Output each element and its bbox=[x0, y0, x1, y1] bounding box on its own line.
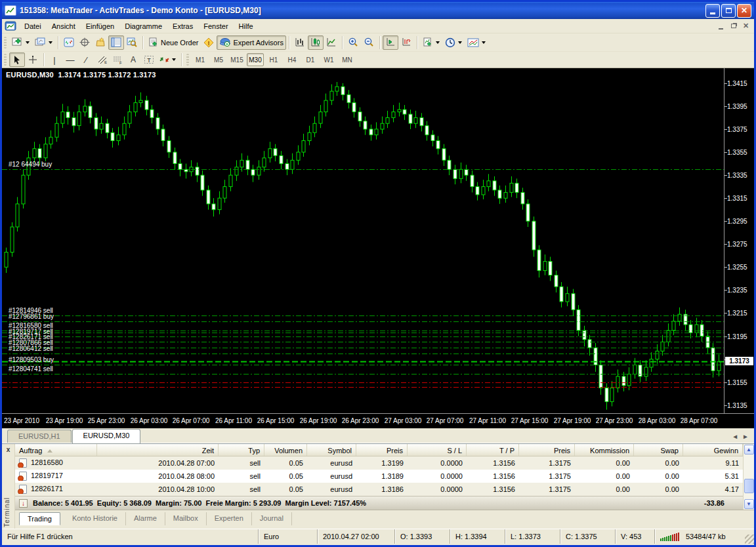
chart-tab-eurusd-m30[interactable]: EURUSD,M30 bbox=[72, 429, 141, 443]
expert-advisors-button[interactable]: Expert Advisors bbox=[217, 35, 285, 50]
column-header-sl[interactable]: S / L bbox=[408, 444, 467, 456]
price-axis[interactable]: 1.34151.33951.33751.33551.33351.33151.32… bbox=[724, 68, 754, 413]
crosshair-tool-button[interactable] bbox=[25, 52, 41, 67]
time-axis[interactable]: 23 Apr 201023 Apr 19:0025 Apr 23:0026 Ap… bbox=[2, 413, 754, 428]
market-watch-button[interactable] bbox=[61, 35, 77, 50]
timeframe-button-w1[interactable]: W1 bbox=[320, 53, 337, 66]
auto-scroll-button[interactable] bbox=[383, 35, 398, 50]
price-tick-label: 1.3155 bbox=[727, 379, 747, 386]
timeframe-button-h4[interactable]: H4 bbox=[284, 53, 301, 66]
menu-item-fenster[interactable]: Fenster bbox=[198, 21, 233, 31]
column-header-typ[interactable]: Typ bbox=[219, 444, 264, 456]
periods-button[interactable] bbox=[442, 35, 465, 50]
cell-symbol: eurusd bbox=[307, 472, 356, 480]
column-header-preis[interactable]: Preis bbox=[356, 444, 408, 456]
timeframe-button-m5[interactable]: M5 bbox=[210, 53, 227, 66]
chart-symbol-quote: EURUSD,M30 1.3174 1.3175 1.3172 1.3173 bbox=[6, 71, 156, 79]
vertical-line-tool-button[interactable]: | bbox=[47, 52, 62, 67]
terminal-button[interactable] bbox=[108, 35, 124, 50]
chart-tab-eurusd-h1[interactable]: EURUSD,H1 bbox=[7, 430, 72, 443]
terminal-tab-journal[interactable]: Journal bbox=[252, 512, 292, 525]
child-minimize-button[interactable] bbox=[715, 21, 726, 31]
fibonacci-tool-button[interactable]: F bbox=[110, 52, 125, 67]
profiles-button[interactable] bbox=[32, 35, 55, 50]
toolbar-grip[interactable] bbox=[4, 37, 7, 49]
timeframe-button-m15[interactable]: M15 bbox=[228, 53, 245, 66]
menu-item-extras[interactable]: Extras bbox=[167, 21, 198, 31]
column-header-gewinn[interactable]: Gewinn bbox=[683, 444, 743, 456]
orders-table-header: AuftragZeitTypVolumenSymbolPreisS / LT /… bbox=[15, 444, 743, 456]
scroll-up-icon[interactable]: ▲ bbox=[744, 445, 754, 455]
text-label-tool-button[interactable]: T bbox=[141, 52, 157, 67]
terminal-tab-mailbox[interactable]: Mailbox bbox=[165, 512, 207, 525]
new-chart-button[interactable] bbox=[9, 35, 32, 50]
restore-button[interactable] bbox=[721, 4, 736, 18]
resize-grip[interactable] bbox=[745, 535, 754, 544]
strategy-tester-button[interactable] bbox=[124, 35, 140, 50]
terminal-tab-konto-historie[interactable]: Konto Historie bbox=[64, 512, 126, 525]
toolbar-grip[interactable] bbox=[4, 54, 7, 66]
cell-preis: 1.3175 bbox=[519, 459, 575, 467]
zoom-in-button[interactable] bbox=[345, 35, 361, 50]
scroll-down-icon[interactable]: ▼ bbox=[744, 499, 754, 509]
terminal-scrollbar[interactable]: ▲ ▼ bbox=[743, 444, 754, 510]
menu-item-ansicht[interactable]: Ansicht bbox=[47, 21, 81, 31]
metaeditor-button[interactable]: ! bbox=[201, 35, 217, 50]
terminal-tab-trading[interactable]: Trading bbox=[19, 512, 60, 525]
menu-item-hilfe[interactable]: Hilfe bbox=[234, 21, 259, 31]
indicators-button[interactable] bbox=[420, 35, 442, 50]
timeframe-button-d1[interactable]: D1 bbox=[302, 53, 319, 66]
table-row[interactable]: 128165802010.04.28 07:00sell0.05eurusd1.… bbox=[15, 456, 743, 470]
new-order-button[interactable]: Neue Order bbox=[146, 35, 201, 50]
horizontal-line-tool-button[interactable]: — bbox=[62, 52, 78, 67]
data-window-button[interactable] bbox=[77, 35, 93, 50]
column-header-preis[interactable]: Preis bbox=[519, 444, 575, 456]
chart-area[interactable]: EURUSD,M30 1.3174 1.3175 1.3172 1.3173 #… bbox=[2, 68, 754, 428]
column-header-kommission[interactable]: Kommission bbox=[575, 444, 634, 456]
cursor-tool-button[interactable] bbox=[9, 52, 25, 67]
column-header-swap[interactable]: Swap bbox=[634, 444, 683, 456]
column-header-volumen[interactable]: Volumen bbox=[264, 444, 307, 456]
table-row[interactable]: 128261712010.04.28 10:00sell0.05eurusd1.… bbox=[15, 483, 743, 496]
candlestick-chart-button[interactable] bbox=[308, 35, 324, 50]
time-tick-label: 26 Apr 03:00 bbox=[131, 417, 168, 424]
close-button[interactable]: ✕ bbox=[737, 4, 751, 18]
channel-tool-button[interactable]: E bbox=[94, 52, 110, 67]
child-restore-button[interactable] bbox=[728, 21, 739, 31]
terminal-close-button[interactable]: x bbox=[4, 446, 12, 455]
tab-scroll-right-icon[interactable]: ► bbox=[742, 433, 749, 440]
menu-item-diagramme[interactable]: Diagramme bbox=[119, 21, 167, 31]
trendline-tool-button[interactable]: ∕ bbox=[78, 52, 94, 67]
chart-shift-button[interactable] bbox=[398, 35, 414, 50]
status-timestamp: 2010.04.27 02:00 bbox=[317, 529, 394, 544]
timeframe-button-m1[interactable]: M1 bbox=[192, 53, 209, 66]
tab-scroll-left-icon[interactable]: ◄ bbox=[732, 433, 738, 440]
chevron-down-icon bbox=[172, 58, 176, 61]
line-chart-button[interactable] bbox=[324, 35, 339, 50]
window-title: 151358: MetaTrader - ActivTrades - Demo … bbox=[20, 6, 705, 15]
menu-item-datei[interactable]: Datei bbox=[19, 21, 47, 31]
text-tool-button[interactable]: A bbox=[125, 52, 141, 67]
terminal-tab-bar: TradingKonto HistorieAlarmeMailboxExpert… bbox=[15, 510, 754, 528]
zoom-out-button[interactable] bbox=[361, 35, 377, 50]
terminal-tab-experten[interactable]: Experten bbox=[207, 512, 252, 525]
navigator-button[interactable] bbox=[93, 35, 108, 50]
toolbar-grip[interactable] bbox=[186, 54, 189, 66]
child-close-button[interactable]: ✕ bbox=[740, 21, 751, 31]
timeframe-button-h1[interactable]: H1 bbox=[265, 53, 282, 66]
minimize-button[interactable] bbox=[705, 4, 720, 18]
column-header-tp[interactable]: T / P bbox=[467, 444, 519, 456]
column-header-zeit[interactable]: Zeit bbox=[97, 444, 219, 456]
timeframe-button-mn[interactable]: MN bbox=[339, 53, 356, 66]
scrollbar-thumb[interactable] bbox=[744, 479, 754, 493]
table-row[interactable]: 128197172010.04.28 08:00sell0.05eurusd1.… bbox=[15, 470, 743, 483]
bar-chart-button[interactable] bbox=[292, 35, 308, 50]
timeframe-button-m30[interactable]: M30 bbox=[247, 53, 264, 66]
templates-button[interactable] bbox=[465, 35, 488, 50]
arrow-objects-button[interactable] bbox=[157, 52, 178, 67]
time-tick-label: 27 Apr 07:00 bbox=[427, 417, 464, 424]
menu-item-einfügen[interactable]: Einfügen bbox=[81, 21, 119, 31]
column-header-symbol[interactable]: Symbol bbox=[307, 444, 356, 456]
terminal-tab-alarme[interactable]: Alarme bbox=[126, 512, 165, 525]
column-header-auftrag[interactable]: Auftrag bbox=[15, 444, 97, 456]
